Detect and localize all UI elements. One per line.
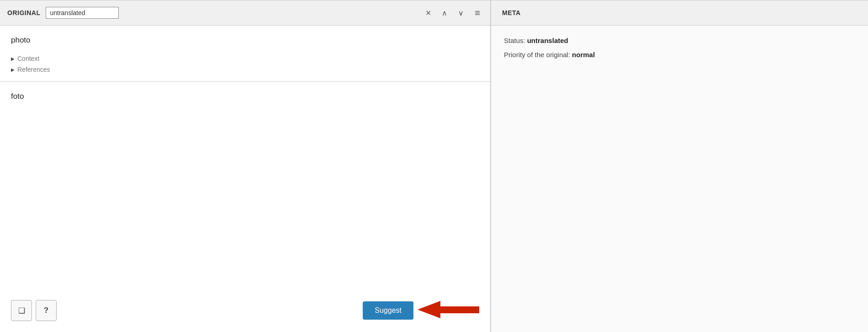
help-button[interactable]: ? [36,300,57,321]
footer-left-buttons: ❑ ? [11,300,57,321]
priority-label: Priority of the original: [504,51,570,59]
priority-row: Priority of the original: normal [504,51,855,59]
status-row: Status: untranslated [504,37,855,44]
suggest-button[interactable]: Suggest [363,301,413,320]
meta-label: META [502,9,521,16]
svg-marker-0 [418,301,479,318]
translation-text: foto [11,92,479,292]
clear-filter-button[interactable]: × [423,6,434,20]
next-button[interactable]: ∨ [455,7,466,19]
translation-section: foto ❑ ? Suggest [0,82,490,332]
help-icon: ? [44,306,48,315]
copy-icon: ❑ [18,306,25,316]
copy-button[interactable]: ❑ [11,300,32,321]
status-value: untranslated [527,37,568,44]
source-section: photo ▶ Context ▶ References [0,26,490,82]
original-label: ORIGINAL [7,9,40,16]
menu-button[interactable]: ≡ [472,6,483,20]
main-container: ORIGINAL × ∧ ∨ ≡ META photo [0,0,868,332]
source-text: photo [11,36,479,45]
status-label: Status: [504,37,525,44]
references-toggle[interactable]: ▶ References [11,66,479,73]
filter-input[interactable] [46,7,119,19]
meta-panel: Status: untranslated Priority of the ori… [491,26,868,332]
context-toggle[interactable]: ▶ Context [11,55,479,62]
context-arrow-icon: ▶ [11,56,15,61]
priority-value: normal [572,51,595,59]
red-arrow-icon [415,297,479,322]
prev-button[interactable]: ∧ [439,7,450,19]
red-arrow-annotation [415,297,479,324]
translation-footer: ❑ ? Suggest [11,292,479,324]
references-label: References [17,66,50,73]
context-label: Context [17,55,39,62]
references-arrow-icon: ▶ [11,67,15,72]
